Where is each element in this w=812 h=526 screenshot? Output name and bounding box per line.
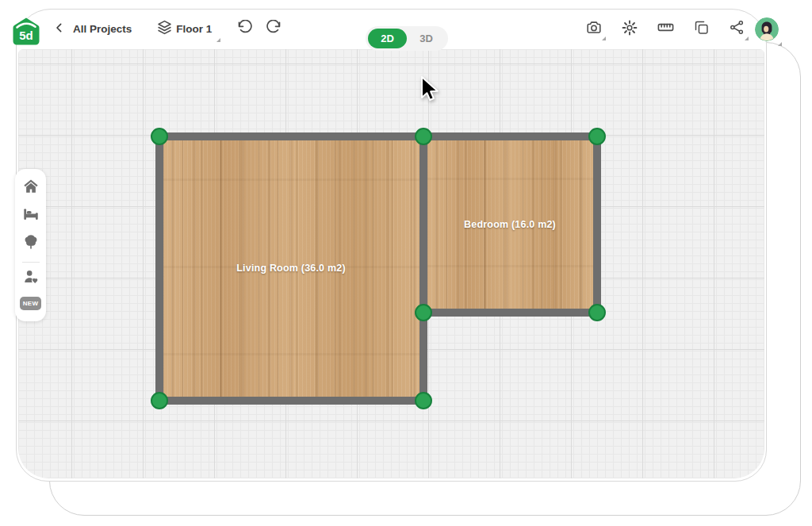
top-toolbar: All Projects Floor 1 [16, 9, 767, 49]
floorplan-canvas[interactable]: Living Room (36.0 m2) Bedroom (16.0 m2) [18, 49, 764, 478]
wall-node-bedroom-bottom-right[interactable] [588, 304, 606, 321]
bed-icon [22, 205, 40, 226]
mouse-cursor [419, 75, 441, 107]
redo-icon [266, 20, 282, 39]
gear-icon [621, 19, 638, 40]
wall-bottom-bedroom[interactable] [419, 309, 601, 317]
chevron-left-icon [53, 21, 66, 37]
wall-top[interactable] [155, 132, 601, 140]
rooms-tool-button[interactable] [19, 176, 43, 200]
person-heart-icon [22, 268, 40, 289]
camera-dropdown-mark-icon [602, 36, 606, 40]
rail-divider [22, 262, 40, 263]
snapshot-button[interactable] [582, 15, 606, 44]
floor-dropdown-mark-icon [216, 38, 220, 42]
wall-right-bedroom[interactable] [593, 132, 601, 317]
redo-button[interactable] [262, 15, 285, 44]
share-icon [729, 19, 745, 39]
wall-bottom-living-room[interactable] [155, 397, 427, 405]
measure-button[interactable] [653, 15, 677, 44]
wall-middle-divider[interactable] [419, 132, 427, 405]
camera-icon [585, 19, 603, 40]
floor-selector-label[interactable]: Floor 1 [176, 23, 212, 35]
home-icon [22, 178, 40, 198]
all-projects-link[interactable]: All Projects [73, 23, 132, 35]
view-3d-button[interactable]: 3D [407, 29, 446, 48]
new-feature-badge[interactable]: NEW [20, 297, 42, 310]
undo-button[interactable] [233, 15, 257, 44]
wall-node-bottom-middle[interactable] [415, 392, 432, 409]
wall-left[interactable] [155, 132, 163, 405]
layers-icon [156, 19, 173, 39]
wall-node-middle-junction[interactable] [415, 304, 432, 321]
tree-icon [22, 233, 40, 254]
back-to-projects-button[interactable] [48, 15, 71, 44]
avatar-dropdown-mark-icon [778, 42, 782, 46]
duplicate-button[interactable] [689, 15, 713, 44]
view-mode-toggle: 2D 3D [366, 26, 448, 51]
left-tool-rail: NEW [15, 169, 46, 321]
furniture-tool-button[interactable] [19, 204, 43, 228]
view-2d-button[interactable]: 2D [368, 29, 407, 48]
share-dropdown-mark-icon [745, 36, 749, 40]
living-room-label: Living Room (36.0 m2) [236, 263, 346, 274]
logo-text: 5d [19, 29, 33, 42]
bedroom-label: Bedroom (16.0 m2) [464, 219, 556, 230]
ruler-icon [657, 18, 675, 40]
undo-icon [237, 20, 253, 39]
toolbar-left-group: All Projects Floor 1 [48, 9, 285, 49]
toolbar-right-group [582, 9, 779, 49]
community-tool-button[interactable] [19, 267, 43, 290]
share-button[interactable] [725, 15, 749, 44]
settings-button[interactable] [618, 15, 642, 44]
wall-node-bottom-left[interactable] [151, 392, 168, 409]
planner-logo[interactable]: 5d [11, 17, 41, 47]
wall-node-top-middle[interactable] [415, 128, 432, 145]
wall-node-top-right[interactable] [588, 128, 606, 145]
user-avatar[interactable] [755, 17, 779, 41]
landscape-tool-button[interactable] [19, 232, 43, 255]
floor-selector-button[interactable] [152, 15, 176, 44]
copy-icon [693, 19, 710, 39]
wall-node-top-left[interactable] [151, 128, 168, 145]
account-button[interactable] [755, 17, 779, 41]
